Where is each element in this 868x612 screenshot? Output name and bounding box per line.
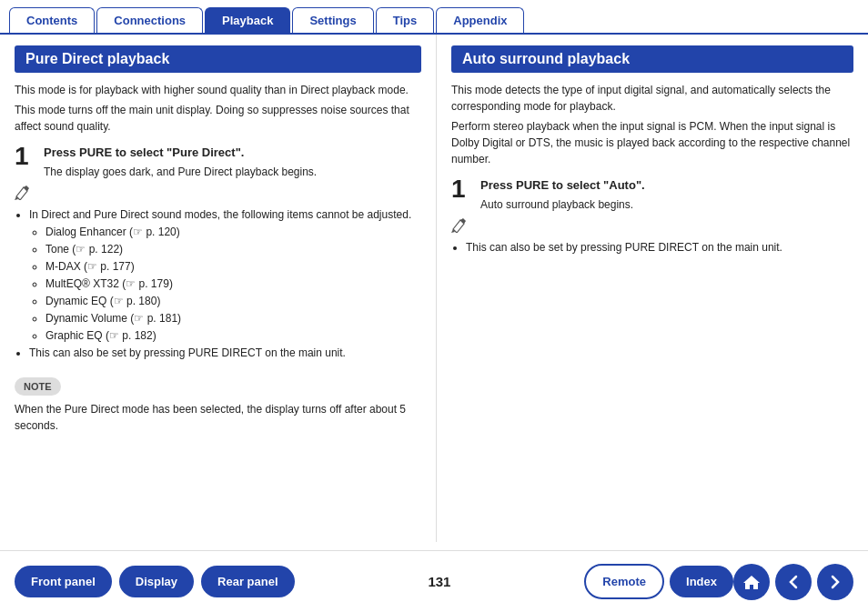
left-section-body: This mode is for playback with higher so…	[15, 82, 421, 434]
bottom-bar: Front panel Display Rear panel 131 Remot…	[0, 550, 868, 612]
left-panel: Pure Direct playback This mode is for pl…	[0, 35, 437, 542]
left-bullet-4: Dynamic EQ (☞ p. 180)	[45, 293, 421, 309]
left-section-header: Pure Direct playback	[15, 45, 421, 73]
left-pencil-icon	[15, 186, 421, 205]
right-also-note: This can also be set by pressing PURE DI…	[466, 239, 853, 256]
remote-button[interactable]: Remote	[584, 564, 664, 599]
tab-contents[interactable]: Contents	[9, 7, 95, 33]
right-step1-desc: Auto surround playback begins.	[480, 196, 853, 213]
right-also-note-list: This can also be set by pressing PURE DI…	[466, 239, 853, 256]
main-content: Pure Direct playback This mode is for pl…	[0, 35, 868, 542]
left-bullet-1: Tone (☞ p. 122)	[45, 241, 421, 257]
left-step1-content: Press PURE to select "Pure Direct". The …	[44, 144, 421, 180]
tab-appendix[interactable]: Appendix	[436, 7, 524, 33]
right-intro1: This mode detects the type of input digi…	[451, 82, 853, 115]
home-button[interactable]	[733, 564, 770, 600]
left-step1-row: 1 Press PURE to select "Pure Direct". Th…	[15, 144, 421, 180]
left-sub-bullets: Dialog Enhancer (☞ p. 120) Tone (☞ p. 12…	[45, 224, 421, 344]
page-number: 131	[295, 574, 585, 589]
tab-settings[interactable]: Settings	[292, 7, 373, 33]
tab-playback[interactable]: Playback	[205, 7, 290, 33]
left-note-label: NOTE	[15, 377, 61, 396]
left-bullet-6: Graphic EQ (☞ p. 182)	[45, 327, 421, 344]
left-bullet-2: M-DAX (☞ p. 177)	[45, 258, 421, 275]
back-button[interactable]	[775, 564, 812, 600]
left-bullet-5: Dynamic Volume (☞ p. 181)	[45, 310, 421, 326]
left-step1-title: Press PURE to select "Pure Direct".	[44, 144, 421, 162]
right-step1-content: Press PURE to select "Auto". Auto surrou…	[480, 176, 853, 213]
left-step1-desc: The display goes dark, and Pure Direct p…	[44, 164, 421, 180]
index-button[interactable]: Index	[670, 566, 733, 597]
forward-button[interactable]	[817, 564, 853, 600]
tab-bar: Contents Connections Playback Settings T…	[0, 0, 868, 35]
right-section-header: Auto surround playback	[451, 45, 853, 73]
right-step1-title: Press PURE to select "Auto".	[480, 176, 853, 195]
front-panel-button[interactable]: Front panel	[15, 566, 112, 597]
left-bullet-3: MultEQ® XT32 (☞ p. 179)	[45, 276, 421, 292]
right-panel: Auto surround playback This mode detects…	[437, 35, 868, 542]
left-intro1: This mode is for playback with higher so…	[15, 82, 421, 98]
tab-connections[interactable]: Connections	[96, 7, 203, 33]
left-note-text: When the Pure Direct mode has been selec…	[15, 401, 421, 434]
right-section-body: This mode detects the type of input digi…	[451, 82, 853, 256]
left-bullet-0: Dialog Enhancer (☞ p. 120)	[45, 224, 421, 240]
left-also-note: This can also be set by pressing PURE DI…	[29, 345, 421, 361]
nav-icons-right	[733, 564, 853, 600]
nav-buttons-left: Front panel Display Rear panel	[15, 566, 295, 597]
rear-panel-button[interactable]: Rear panel	[201, 566, 294, 597]
right-step1-row: 1 Press PURE to select "Auto". Auto surr…	[451, 176, 853, 213]
left-step1-number: 1	[15, 144, 35, 169]
display-button[interactable]: Display	[119, 566, 194, 597]
left-note-main: In Direct and Pure Direct sound modes, t…	[29, 206, 421, 223]
left-intro2: This mode turns off the main unit displa…	[15, 102, 421, 135]
right-step1-number: 1	[451, 176, 471, 202]
tab-tips[interactable]: Tips	[376, 7, 435, 33]
right-pencil-icon	[451, 218, 853, 237]
right-intro2: Perform stereo playback when the input s…	[451, 118, 853, 167]
left-main-bullets: In Direct and Pure Direct sound modes, t…	[29, 206, 421, 361]
